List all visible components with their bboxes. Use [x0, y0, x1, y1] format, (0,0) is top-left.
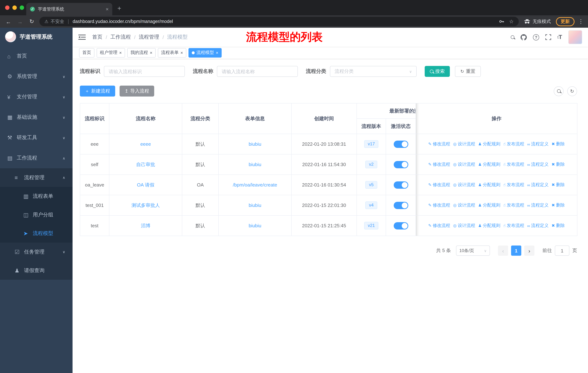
active-toggle[interactable] — [394, 181, 408, 189]
cell-form-link[interactable]: biubiu — [219, 215, 292, 236]
collapse-sidebar-icon[interactable] — [78, 34, 86, 40]
tab-close-icon[interactable]: × — [106, 6, 109, 12]
github-icon[interactable] — [521, 34, 527, 40]
breadcrumb-process-manage[interactable]: 流程管理 — [139, 34, 159, 40]
browser-update-button[interactable]: 更新 — [556, 17, 575, 26]
close-icon[interactable]: × — [150, 50, 152, 55]
action-definition[interactable]: ∞流程定义 — [527, 182, 549, 188]
goto-page-input[interactable] — [555, 245, 569, 256]
active-toggle[interactable] — [394, 161, 408, 168]
next-page-button[interactable]: › — [524, 245, 535, 256]
sidebar-item-11[interactable]: ♟请假查询 — [0, 261, 73, 280]
action-publish[interactable]: ☝发布流程 — [503, 202, 524, 208]
reset-button[interactable]: ↻ 重置 — [455, 66, 481, 77]
action-assign-rule[interactable]: ♟分配规则 — [478, 141, 500, 147]
sidebar-item-4[interactable]: ⚒研发工具∨ — [0, 128, 73, 148]
close-icon[interactable]: × — [180, 50, 183, 55]
fullscreen-icon[interactable] — [545, 34, 551, 40]
action-publish[interactable]: ☝发布流程 — [503, 182, 524, 188]
font-size-icon[interactable]: tT — [557, 34, 562, 40]
filter-category-select[interactable]: 流程分类 ∨ — [330, 66, 417, 77]
browser-tab[interactable]: 芋道管理系统 × — [26, 3, 112, 15]
sidebar-item-1[interactable]: ⚙系统管理∨ — [0, 66, 73, 87]
cell-name-link[interactable]: OA 请假 — [109, 175, 182, 195]
tag-0[interactable]: 首页 — [79, 48, 94, 57]
action-definition[interactable]: ∞流程定义 — [527, 202, 549, 208]
sidebar-item-7[interactable]: ▥流程表单 — [0, 187, 73, 205]
active-toggle[interactable] — [394, 222, 408, 229]
window-minimize-button[interactable] — [12, 5, 17, 10]
window-close-button[interactable] — [5, 5, 10, 10]
action-design[interactable]: ◎设计流程 — [453, 222, 475, 229]
action-definition[interactable]: ∞流程定义 — [527, 161, 549, 168]
action-design[interactable]: ◎设计流程 — [453, 161, 475, 168]
cell-name-link[interactable]: 自己审批 — [109, 154, 182, 175]
tag-1[interactable]: 租户管理× — [97, 48, 125, 57]
action-delete[interactable]: ✖删除 — [552, 222, 565, 229]
sidebar-item-5[interactable]: ▤工作流程∧ — [0, 148, 73, 168]
sidebar-item-9[interactable]: ➤流程模型 — [0, 224, 73, 242]
action-definition[interactable]: ∞流程定义 — [527, 141, 549, 147]
search-icon[interactable] — [511, 35, 514, 39]
create-process-button[interactable]: ＋ 新建流程 — [80, 86, 115, 97]
action-design[interactable]: ◎设计流程 — [453, 202, 475, 208]
window-zoom-button[interactable] — [20, 5, 24, 10]
action-edit[interactable]: ✎修改流程 — [428, 222, 450, 229]
active-toggle[interactable] — [394, 141, 408, 148]
action-design[interactable]: ◎设计流程 — [453, 141, 475, 147]
tag-2[interactable]: 我的流程× — [127, 48, 156, 57]
close-icon[interactable]: × — [216, 50, 218, 55]
breadcrumb-home[interactable]: 首页 — [92, 34, 102, 40]
address-bar[interactable]: ⚠ 不安全 dashboard.yudao.iocoder.cn/bpm/man… — [39, 17, 519, 26]
sidebar-item-8[interactable]: ◫用户分组 — [0, 205, 73, 224]
action-design[interactable]: ◎设计流程 — [453, 182, 475, 188]
action-delete[interactable]: ✖删除 — [552, 161, 565, 168]
action-edit[interactable]: ✎修改流程 — [428, 202, 450, 208]
password-key-icon[interactable] — [499, 19, 505, 24]
filter-name-input[interactable] — [217, 66, 298, 77]
action-delete[interactable]: ✖删除 — [552, 202, 565, 208]
sidebar-item-6[interactable]: ≡流程管理∧ — [0, 168, 73, 187]
action-publish[interactable]: ☝发布流程 — [503, 161, 524, 168]
new-tab-button[interactable]: + — [117, 5, 121, 12]
search-button[interactable]: 搜索 — [425, 66, 450, 77]
tag-3[interactable]: 流程表单× — [158, 48, 186, 57]
action-assign-rule[interactable]: ♟分配规则 — [478, 202, 500, 208]
close-icon[interactable]: × — [119, 50, 122, 55]
cell-form-link[interactable]: /bpm/oa/leave/create — [219, 175, 292, 195]
tag-4[interactable]: 流程模型× — [189, 48, 222, 57]
filter-key-input[interactable] — [104, 66, 185, 77]
action-delete[interactable]: ✖删除 — [552, 182, 565, 188]
action-edit[interactable]: ✎修改流程 — [428, 141, 450, 147]
action-edit[interactable]: ✎修改流程 — [428, 182, 450, 188]
help-icon[interactable]: ? — [533, 34, 539, 40]
action-delete[interactable]: ✖删除 — [552, 141, 565, 147]
action-publish[interactable]: ☝发布流程 — [503, 222, 524, 229]
prev-page-button[interactable]: ‹ — [498, 245, 508, 256]
sidebar-item-3[interactable]: ▦基础设施∨ — [0, 107, 73, 128]
sidebar-item-0[interactable]: ⌂首页 — [0, 46, 73, 66]
reload-icon[interactable]: ↻ — [28, 18, 36, 25]
cell-form-link[interactable]: biubiu — [219, 134, 292, 154]
cell-form-link[interactable]: biubiu — [219, 195, 292, 215]
cell-form-link[interactable]: biubiu — [219, 154, 292, 175]
user-avatar[interactable] — [568, 30, 582, 44]
back-icon[interactable]: ← — [4, 18, 12, 25]
action-assign-rule[interactable]: ♟分配规则 — [478, 182, 500, 188]
sidebar-item-2[interactable]: ¥支付管理∨ — [0, 87, 73, 107]
bookmark-star-icon[interactable]: ☆ — [509, 19, 514, 24]
action-publish[interactable]: ☝发布流程 — [503, 141, 524, 147]
sidebar-item-10[interactable]: ☑任务管理∨ — [0, 242, 73, 261]
action-edit[interactable]: ✎修改流程 — [428, 161, 450, 168]
cell-name-link[interactable]: 滔博 — [109, 215, 182, 236]
refresh-table-button[interactable]: ↻ — [567, 86, 577, 96]
action-assign-rule[interactable]: ♟分配规则 — [478, 222, 500, 229]
cell-name-link[interactable]: 测试多审批人 — [109, 195, 182, 215]
action-assign-rule[interactable]: ♟分配规则 — [478, 161, 500, 168]
active-toggle[interactable] — [394, 202, 408, 209]
current-page-button[interactable]: 1 — [511, 245, 521, 256]
breadcrumb-workflow[interactable]: 工作流程 — [110, 34, 131, 40]
import-process-button[interactable]: ↥ 导入流程 — [120, 86, 154, 97]
page-size-select[interactable]: 10条/页 ∨ — [456, 245, 490, 256]
forward-icon[interactable]: → — [16, 18, 24, 25]
